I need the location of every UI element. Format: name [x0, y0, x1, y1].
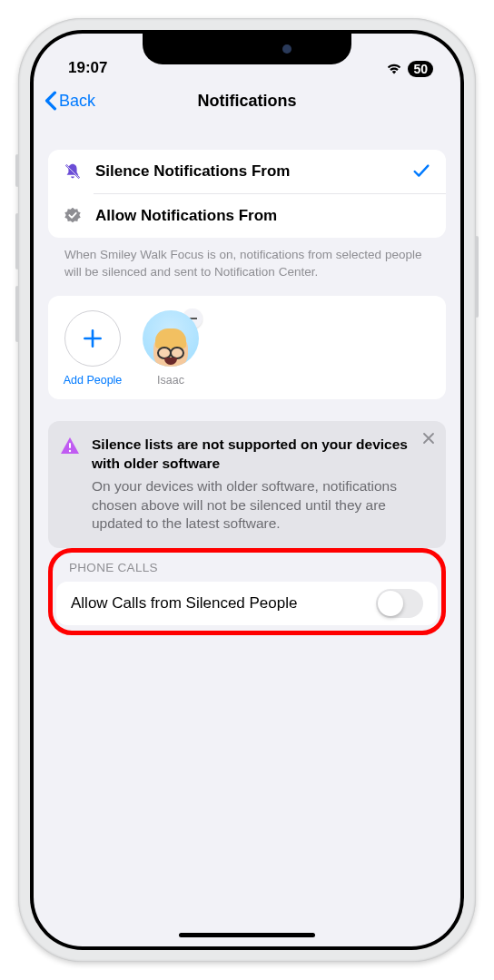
power-button[interactable] — [475, 236, 479, 318]
home-indicator[interactable] — [179, 933, 315, 937]
warning-title: Silence lists are not supported on your … — [92, 436, 413, 474]
badge-check-icon — [63, 206, 83, 226]
add-people-button[interactable]: Add People — [59, 310, 126, 387]
chevron-left-icon — [44, 91, 57, 111]
allow-notifications-row[interactable]: Allow Notifications From — [48, 194, 446, 238]
back-button[interactable]: Back — [44, 91, 95, 111]
allow-calls-row[interactable]: Allow Calls from Silenced People — [71, 582, 423, 625]
phone-calls-header: Phone Calls — [56, 555, 438, 582]
allow-label: Allow Notifications From — [95, 207, 431, 225]
volume-up-button[interactable] — [15, 213, 19, 270]
warning-icon — [59, 436, 81, 534]
person-name: Isaac — [157, 374, 184, 387]
volume-down-button[interactable] — [15, 286, 19, 342]
checkmark-icon — [411, 162, 431, 181]
phone-bezel: 19:07 50 Back Notifications — [30, 30, 464, 950]
allow-calls-toggle[interactable] — [376, 589, 423, 618]
person-item[interactable]: Isaac — [137, 310, 204, 387]
footer-text: When Smiley Walk Focus is on, notificati… — [48, 238, 446, 281]
back-label: Back — [59, 92, 95, 111]
screen: 19:07 50 Back Notifications — [34, 34, 460, 946]
battery-indicator: 50 — [408, 61, 433, 77]
warning-body: On your devices with older software, not… — [92, 477, 413, 534]
silence-notifications-row[interactable]: Silence Notifications From — [48, 150, 446, 193]
avatar — [143, 310, 199, 367]
warning-card: Silence lists are not supported on your … — [48, 421, 446, 549]
allow-calls-label: Allow Calls from Silenced People — [71, 594, 297, 612]
phone-calls-card: Allow Calls from Silenced People — [56, 582, 438, 625]
notch — [143, 34, 351, 64]
close-warning-button[interactable] — [422, 432, 435, 448]
mute-switch[interactable] — [15, 154, 19, 187]
warning-text: Silence lists are not supported on your … — [92, 436, 413, 534]
wifi-icon — [386, 63, 402, 75]
add-people-label: Add People — [64, 374, 123, 387]
plus-circle-icon — [64, 310, 121, 367]
nav-bar: Back Notifications — [34, 79, 460, 122]
page-title: Notifications — [197, 92, 296, 111]
people-card: Add People Isaac — [48, 296, 446, 399]
status-time: 19:07 — [68, 59, 107, 77]
bell-slash-icon — [63, 162, 83, 181]
notification-mode-group: Silence Notifications From Allow Notific… — [48, 150, 446, 238]
content: Silence Notifications From Allow Notific… — [34, 150, 460, 635]
silence-label: Silence Notifications From — [95, 162, 399, 181]
status-right: 50 — [386, 61, 433, 77]
svg-point-3 — [69, 450, 71, 452]
highlight-annotation: Phone Calls Allow Calls from Silenced Pe… — [48, 548, 446, 635]
phone-frame: 19:07 50 Back Notifications — [18, 18, 476, 962]
svg-rect-2 — [69, 443, 71, 448]
